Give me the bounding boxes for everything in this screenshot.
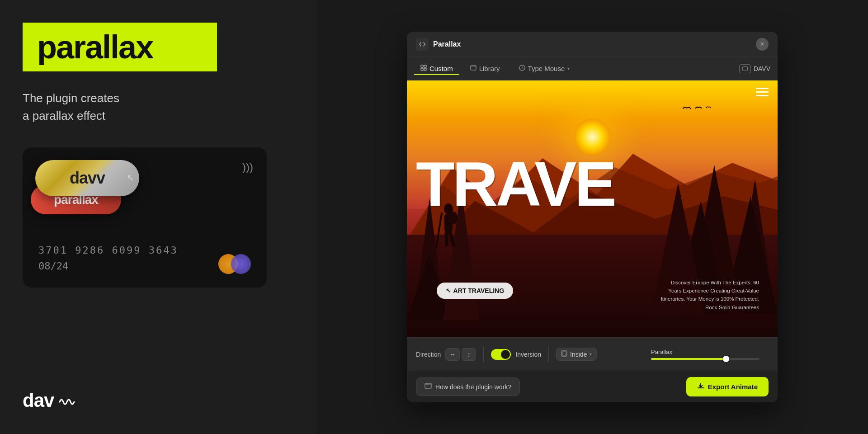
- svg-rect-3: [424, 68, 426, 71]
- inside-label: Inside: [570, 351, 587, 358]
- parallax-slider-thumb[interactable]: [723, 356, 729, 362]
- parallax-group: Parallax: [651, 349, 769, 360]
- title-left: Parallax: [416, 38, 461, 51]
- inversion-group: Inversion: [491, 349, 541, 360]
- logo-text: parallax: [37, 31, 203, 63]
- svg-line-26: [436, 213, 442, 247]
- tab-type-label: Type Mouse: [528, 65, 565, 72]
- svg-rect-2: [421, 68, 423, 71]
- chevron-down-icon: ▾: [567, 66, 570, 71]
- tab-library-label: Library: [479, 65, 500, 72]
- plugin-window: Parallax × Custom: [407, 32, 778, 402]
- nfc-icon: ))): [242, 161, 253, 174]
- help-button[interactable]: How does the plugin work?: [416, 377, 520, 396]
- bottom-bar: How does the plugin work? Export Animate: [407, 371, 778, 402]
- inside-chevron-icon: ▾: [590, 352, 592, 357]
- credit-card: ))) davv parallax ↖ 3701 9286 6099 3643 …: [23, 147, 267, 288]
- svg-rect-25: [445, 230, 448, 246]
- svg-rect-29: [425, 383, 431, 388]
- inversion-toggle[interactable]: [491, 349, 511, 360]
- right-panel: Parallax × Custom: [316, 0, 868, 434]
- cursor-icon: ↖: [127, 172, 134, 183]
- help-btn-label: How does the plugin work?: [435, 383, 511, 391]
- svg-rect-4: [471, 66, 476, 70]
- inside-dropdown[interactable]: Inside ▾: [556, 348, 597, 361]
- hamburger-menu[interactable]: [756, 88, 769, 96]
- start-traveling-button[interactable]: ↖ ART TRAVELING: [437, 283, 514, 299]
- tab-type-mouse[interactable]: Type Mouse ▾: [513, 62, 576, 75]
- inside-icon: [561, 350, 567, 358]
- help-icon: [425, 382, 432, 391]
- hamburger-line-1: [756, 88, 769, 89]
- inversion-label: Inversion: [515, 351, 541, 358]
- cursor-start-icon: ↖: [446, 287, 451, 294]
- travel-text-content: TRAVE: [416, 152, 614, 216]
- logo-box: parallax: [23, 23, 217, 71]
- svg-point-31: [427, 384, 428, 385]
- hamburger-line-2: [756, 91, 769, 93]
- divider-2: [548, 346, 549, 363]
- divider-1: [483, 346, 484, 363]
- tagline-line1: The plugin creates: [23, 91, 119, 105]
- hamburger-line-3: [756, 95, 769, 96]
- tab-left: Custom Library: [414, 62, 576, 75]
- left-panel: parallax The plugin creates a parallax e…: [0, 0, 316, 434]
- direction-vertical-button[interactable]: ↕: [462, 348, 476, 361]
- parallax-slider-fill: [651, 358, 729, 360]
- mastercard-logo: [218, 254, 251, 274]
- user-badge: DAVV: [739, 64, 770, 73]
- svg-rect-1: [424, 65, 426, 67]
- controls-bar: Direction ↔ ↕ Inversion: [407, 337, 778, 371]
- description-text: Discover Europe With The Experts. 60 Yea…: [660, 278, 759, 312]
- tab-custom-label: Custom: [429, 65, 453, 72]
- user-name: DAVV: [754, 65, 770, 72]
- export-animate-button[interactable]: Export Animate: [686, 377, 769, 396]
- svg-rect-28: [562, 352, 566, 355]
- card-expiry: 08/24: [38, 260, 68, 272]
- card-number: 3701 9286 6099 3643: [38, 245, 178, 256]
- custom-tab-icon: [420, 65, 427, 72]
- close-button[interactable]: ×: [756, 38, 769, 51]
- user-badge-icon: [739, 64, 751, 73]
- code-icon: [416, 38, 429, 51]
- tab-bar: Custom Library: [407, 57, 778, 80]
- title-bar: Parallax ×: [407, 32, 778, 57]
- direction-label: Direction: [416, 351, 441, 358]
- card-brand-top: davv: [70, 169, 105, 188]
- direction-buttons: ↔ ↕: [445, 348, 476, 361]
- svg-rect-6: [742, 66, 747, 71]
- direction-group: Direction ↔ ↕: [416, 348, 476, 361]
- type-mouse-icon: [519, 65, 525, 72]
- tagline: The plugin creates a parallax effect: [23, 90, 294, 125]
- preview-image: TRAVE ↖ ART TRAVELING Discover Europe Wi…: [407, 80, 778, 337]
- birds: [683, 106, 711, 111]
- bottom-logo: dav: [23, 390, 294, 411]
- toggle-knob: [501, 350, 510, 359]
- export-btn-label: Export Animate: [708, 383, 758, 391]
- download-icon: [697, 382, 704, 391]
- window-title: Parallax: [433, 40, 461, 48]
- bottom-logo-text: dav: [23, 390, 75, 411]
- library-tab-icon: [470, 65, 476, 72]
- travel-text: TRAVE: [407, 152, 778, 216]
- tagline-line2: a parallax effect: [23, 109, 105, 123]
- tab-library[interactable]: Library: [464, 62, 506, 75]
- tab-custom[interactable]: Custom: [414, 62, 459, 75]
- parallax-slider-track: [651, 358, 760, 360]
- svg-rect-0: [421, 65, 423, 67]
- svg-point-30: [426, 384, 427, 385]
- squiggle-icon: [59, 396, 75, 408]
- card-pill: davv: [35, 160, 139, 196]
- parallax-label: Parallax: [651, 349, 769, 355]
- direction-horizontal-button[interactable]: ↔: [445, 348, 460, 361]
- mc-circle-purple: [231, 254, 251, 274]
- start-btn-label: ART TRAVELING: [453, 287, 505, 294]
- preview-area: TRAVE ↖ ART TRAVELING Discover Europe Wi…: [407, 80, 778, 337]
